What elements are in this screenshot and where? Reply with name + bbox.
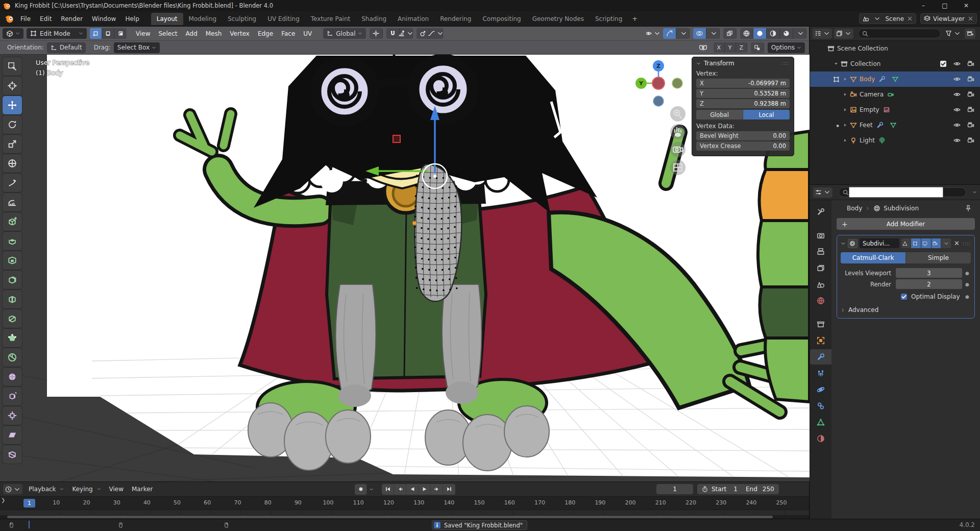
modifier-drag-handle[interactable]: :::: bbox=[963, 241, 971, 246]
properties-tab-render[interactable] bbox=[810, 228, 831, 243]
outliner-item-empty[interactable]: Empty bbox=[810, 102, 980, 117]
collection-checkbox-icon[interactable] bbox=[940, 60, 947, 67]
viewport-menu-vertex[interactable]: Vertex bbox=[226, 28, 254, 39]
tool-measure[interactable] bbox=[3, 193, 22, 211]
menu-help[interactable]: Help bbox=[120, 13, 143, 25]
tab-layout[interactable]: Layout bbox=[151, 13, 183, 25]
tool-bevel[interactable] bbox=[3, 271, 22, 289]
hide-viewport-icon[interactable] bbox=[953, 122, 961, 129]
properties-tab-view-layer[interactable] bbox=[810, 260, 831, 276]
breadcrumb-object[interactable]: Body bbox=[847, 205, 862, 212]
collapse-modifier-icon[interactable] bbox=[841, 241, 846, 246]
blender-menu-icon[interactable] bbox=[5, 14, 14, 23]
tool-transform[interactable] bbox=[3, 154, 22, 173]
viewlayer-selector[interactable]: ViewLayer bbox=[920, 13, 977, 24]
viewport-menu-mesh[interactable]: Mesh bbox=[202, 28, 226, 39]
tab-uv-editing[interactable]: UV Editing bbox=[262, 13, 305, 25]
properties-tab-modifiers[interactable] bbox=[810, 349, 831, 365]
marker-menu[interactable]: Marker bbox=[128, 484, 157, 495]
properties-tab-material[interactable] bbox=[810, 431, 831, 446]
properties-search[interactable] bbox=[839, 187, 966, 197]
collapse-panel-icon[interactable] bbox=[696, 61, 701, 66]
chevron-down-icon[interactable] bbox=[972, 190, 977, 195]
catmull-clark-button[interactable]: Catmull-Clark bbox=[841, 252, 906, 263]
properties-tab-physics[interactable] bbox=[810, 382, 831, 397]
disclosure-icon[interactable] bbox=[843, 138, 848, 143]
menu-render[interactable]: Render bbox=[56, 13, 87, 25]
zoom-button[interactable] bbox=[670, 106, 685, 122]
advanced-section[interactable]: Advanced bbox=[841, 306, 971, 313]
tool-inset-faces[interactable] bbox=[3, 251, 22, 270]
tool-rotate[interactable] bbox=[3, 115, 22, 134]
search-input[interactable] bbox=[868, 30, 937, 37]
tab-rendering[interactable]: Rendering bbox=[434, 13, 477, 25]
unlink-scene-icon[interactable] bbox=[907, 16, 913, 21]
disable-render-icon[interactable] bbox=[967, 122, 974, 129]
vertex-y-field[interactable]: Y0.53528 m bbox=[696, 89, 790, 98]
tool-loop-cut[interactable] bbox=[3, 290, 22, 308]
disclosure-open-icon[interactable] bbox=[834, 61, 839, 66]
snap-mode-dropdown[interactable] bbox=[400, 28, 413, 39]
start-value[interactable]: 1 bbox=[733, 486, 738, 493]
add-workspace-button[interactable]: + bbox=[628, 13, 642, 25]
simple-button[interactable]: Simple bbox=[906, 252, 971, 263]
tab-compositing[interactable]: Compositing bbox=[477, 13, 526, 25]
disable-render-icon[interactable] bbox=[967, 137, 974, 144]
animate-dot[interactable]: ● bbox=[964, 271, 971, 276]
disclosure-icon[interactable] bbox=[843, 107, 848, 112]
play-button[interactable] bbox=[419, 484, 431, 495]
tab-shading[interactable]: Shading bbox=[356, 13, 392, 25]
search-input[interactable] bbox=[849, 187, 943, 198]
chevron-down-icon[interactable] bbox=[369, 487, 374, 492]
tool-select-box[interactable] bbox=[3, 57, 22, 76]
snap-target-button[interactable] bbox=[751, 42, 764, 53]
xray-toggle[interactable] bbox=[723, 28, 737, 39]
current-frame-field[interactable]: 1 bbox=[656, 484, 693, 494]
vertex-z-field[interactable]: Z0.92388 m bbox=[696, 99, 790, 108]
panel-drag-handle[interactable]: :::: bbox=[781, 61, 790, 66]
show-in-editmode-toggle[interactable] bbox=[911, 238, 921, 248]
tool-annotate[interactable] bbox=[3, 174, 22, 192]
gizmo-dropdown[interactable] bbox=[676, 28, 690, 39]
tool-spin[interactable] bbox=[3, 348, 22, 367]
properties-tab-particles[interactable] bbox=[810, 366, 831, 381]
viewport-menu-uv[interactable]: UV bbox=[299, 28, 316, 39]
disable-render-icon[interactable] bbox=[967, 76, 974, 83]
properties-tab-object[interactable] bbox=[810, 333, 831, 348]
outliner-item-scene-collection[interactable]: Scene Collection bbox=[810, 41, 980, 56]
timeline-scrollbar[interactable] bbox=[0, 515, 809, 519]
vertex-x-field[interactable]: X-0.069997 m bbox=[696, 79, 790, 88]
tool-extrude-region[interactable] bbox=[3, 232, 22, 250]
outliner-item-light[interactable]: Light bbox=[810, 133, 980, 148]
show-in-viewport-toggle[interactable] bbox=[921, 238, 932, 248]
transform-orientation-dropdown[interactable]: Global bbox=[323, 28, 365, 39]
tool-shrink-fatten[interactable] bbox=[3, 406, 22, 425]
menu-edit[interactable]: Edit bbox=[35, 13, 56, 25]
tool-poly-build[interactable] bbox=[3, 329, 22, 347]
mirror-axis-z[interactable]: Z bbox=[736, 42, 747, 53]
modifier-name-field[interactable]: Subdivi... bbox=[860, 238, 899, 248]
local-space-button[interactable]: Local bbox=[743, 110, 790, 119]
filter-dropdown[interactable] bbox=[943, 29, 963, 39]
vertex-crease-field[interactable]: Vertex Crease0.00 bbox=[696, 141, 790, 151]
pin-icon[interactable] bbox=[965, 205, 972, 212]
outliner-search[interactable] bbox=[858, 29, 941, 38]
editor-type-button[interactable] bbox=[3, 28, 23, 39]
object-type-visibility-dropdown[interactable] bbox=[646, 28, 659, 39]
filter-id-dropdown[interactable] bbox=[834, 29, 853, 39]
menu-window[interactable]: Window bbox=[87, 13, 120, 25]
properties-tab-tool[interactable] bbox=[810, 204, 831, 220]
viewport-menu-add[interactable]: Add bbox=[182, 28, 202, 39]
new-collection-button[interactable] bbox=[965, 29, 975, 39]
drag-mode-dropdown[interactable]: Select Box bbox=[114, 42, 160, 53]
disable-render-icon[interactable] bbox=[967, 91, 974, 98]
face-select-button[interactable] bbox=[114, 28, 127, 39]
tab-scripting[interactable]: Scripting bbox=[590, 13, 628, 25]
snap-toggle-button[interactable] bbox=[386, 28, 400, 39]
menu-file[interactable]: File bbox=[16, 13, 35, 25]
tool-edge-slide[interactable] bbox=[3, 387, 22, 405]
play-reverse-button[interactable] bbox=[406, 484, 419, 495]
animate-dot[interactable]: ● bbox=[964, 282, 971, 287]
add-modifier-button[interactable]: + Add Modifier bbox=[837, 218, 975, 230]
timeline-editor-type[interactable] bbox=[3, 484, 22, 494]
